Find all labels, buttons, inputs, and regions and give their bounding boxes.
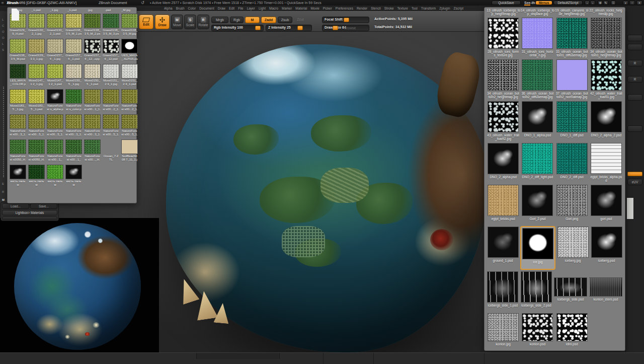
texture-item[interactable]: Moss0183_5 _1.jpg [9, 89, 27, 112]
texture-thumbnail[interactable] [591, 59, 622, 91]
texture-thumbnail[interactable] [84, 14, 101, 28]
texture-thumbnail[interactable] [103, 39, 119, 53]
texture-thumbnail[interactable] [521, 271, 552, 303]
texture-item[interactable]: konion.psd [521, 313, 554, 350]
texture-item[interactable]: icebergs_side_2.psd [520, 271, 553, 312]
texture-thumbnail[interactable] [28, 165, 45, 179]
texture-item[interactable]: 34_oilrush_ocean_bottom1_heightmap.jpg [590, 17, 623, 58]
texture-item[interactable]: NatureForest s00...3_1.jpg [9, 114, 27, 137]
texture-item[interactable]: DNO_1_diff.psd [555, 101, 589, 141]
texture-thumbnail[interactable] [488, 227, 519, 258]
texture-item[interactable]: NatureForest s0050_H.jpg [9, 139, 27, 163]
quicksave-button[interactable]: QuickSave [492, 1, 521, 5]
texture-thumbnail[interactable] [522, 101, 553, 132]
texture-item[interactable]: icebergs_side_1.psd [487, 271, 519, 312]
texture-item[interactable]: 36_oilrush_ocean_bottom2_diffusemap.jpg [521, 59, 554, 100]
texture-thumbnail[interactable] [10, 89, 26, 104]
lightbox-materials-button[interactable]: Lightbox> Materials [2, 210, 57, 215]
menu-item-document[interactable]: Document [199, 7, 214, 10]
texture-item[interactable]: Grass0157_4 _12...opy.psd [84, 38, 101, 62]
float-window-button[interactable]: ○ [629, 1, 635, 5]
menu-item-zscript[interactable]: Zscript [454, 7, 464, 10]
load-button[interactable]: Load... [2, 203, 29, 209]
texture-thumbnail[interactable] [103, 89, 119, 104]
texture-thumbnail[interactable] [522, 59, 553, 91]
menu-item-picker[interactable]: Picker [323, 7, 332, 10]
texture-item[interactable]: DNO_2_diff.psd [555, 142, 589, 183]
texture-import-popup[interactable]: 13_oilrush_icebergs_top_heightmap.jpg14_… [484, 7, 625, 351]
texture-item[interactable]: Moss0150_5 _1.psd [84, 63, 101, 87]
texture-thumbnail[interactable] [103, 114, 119, 129]
texture-thumbnail[interactable] [10, 114, 26, 129]
texture-thumbnail[interactable] [488, 101, 519, 132]
texture-item[interactable]: SoilBeach008 7_11_1.jpg [121, 139, 138, 163]
slider-knob[interactable] [333, 26, 338, 30]
texture-thumbnail[interactable] [28, 89, 45, 104]
texture-thumbnail[interactable] [121, 114, 138, 129]
texture-thumbnail[interactable] [84, 89, 101, 104]
texture-thumbnail[interactable] [10, 139, 26, 154]
texture-item[interactable]: Moss0147_1 2_1.jpg [28, 63, 45, 87]
menu-item-texture[interactable]: Texture [397, 7, 408, 10]
palette-grip-icon[interactable]: ⁘ [2, 1, 5, 5]
texture-item[interactable]: Moss0151_2 4_1.jpg [102, 63, 120, 87]
menu-item-stroke[interactable]: Stroke [384, 7, 394, 10]
texture-item[interactable]: LES_MAYA_ COLOR.psd [9, 63, 27, 87]
menu-item-zplugin[interactable]: Zplugin [439, 7, 450, 10]
texture-thumbnail[interactable] [47, 89, 63, 104]
texture-thumbnail[interactable] [28, 64, 45, 79]
texture-thumbnail[interactable] [65, 14, 82, 28]
texture-item[interactable]: egipt_bricks_alpha.psd [590, 142, 623, 183]
texture-thumbnail[interactable] [84, 114, 101, 129]
see-through-knob[interactable] [524, 5, 530, 6]
texture-thumbnail[interactable] [488, 313, 519, 341]
tray-button[interactable] [627, 44, 642, 50]
draw-button[interactable]: Draw [155, 15, 170, 29]
menu-item-preferences[interactable]: Preferences [336, 7, 353, 10]
texture-thumbnail[interactable] [28, 14, 45, 28]
history-back-icon[interactable]: ‹ [585, 1, 590, 5]
texture-thumbnail[interactable] [121, 89, 138, 104]
texture-item[interactable]: NatureForest s00...5_1.jpg [102, 114, 120, 137]
history-forward-icon[interactable]: › [590, 1, 595, 5]
texture-item[interactable]: NatureForest s00...2_1.jpg [102, 89, 120, 112]
slider-knob[interactable] [344, 18, 349, 22]
texture-item[interactable]: Grass0138_3 5_M.jpg [121, 13, 138, 37]
tray-orange-slider[interactable] [627, 172, 642, 176]
texture-thumbnail[interactable] [487, 271, 518, 303]
texture-thumbnail[interactable] [554, 277, 587, 297]
texture-item[interactable]: NatureForest s00...1_H.jpg [65, 139, 83, 163]
brush-tool-icon[interactable]: ✎ [603, 1, 608, 5]
texture-item[interactable]: Grass0157_4 _1.jpg [46, 38, 64, 62]
tray-euv-button[interactable]: eUV [627, 179, 642, 185]
texture-thumbnail[interactable] [28, 39, 45, 53]
texture-item[interactable]: DNO_2_diff_light.psd [521, 142, 554, 183]
texture-thumbnail[interactable] [10, 39, 26, 53]
tray-button[interactable] [627, 125, 642, 132]
move-button[interactable]: M Move [171, 15, 183, 29]
tray-r-button[interactable]: R [627, 76, 642, 83]
texture-thumbnail[interactable] [65, 39, 82, 53]
texture-item[interactable]: Moss0150_5 _1.jpg [65, 63, 83, 87]
texture-thumbnail[interactable] [47, 14, 63, 28]
menu-item-brush[interactable]: Brush [176, 7, 185, 10]
slider-rgb-intensity[interactable]: Rgb Intensity 100 [211, 25, 264, 31]
menu-item-macro[interactable]: Macro [269, 7, 278, 10]
slider-knob[interactable] [255, 26, 261, 30]
texture-thumbnail[interactable] [47, 139, 63, 154]
texture-thumbnail[interactable] [556, 185, 588, 216]
texture-item[interactable]: ldini.psd [555, 313, 589, 350]
texture-item[interactable]: 34_oilrush_ocean_bottom2_heightmap.jpg [487, 59, 520, 100]
save-button[interactable]: Save... [30, 203, 57, 209]
zoom-z-button[interactable]: z [623, 1, 628, 5]
texture-item[interactable]: 37_oilrush_ocean_bottom2_normalmap.jpg [555, 59, 589, 100]
texture-item[interactable]: Grass0138_3 5_M_3.psd [102, 13, 120, 37]
texture-item[interactable]: 28_oilrush_ices_forms_texture.jpg [487, 17, 520, 58]
menu-item-file[interactable]: File [238, 7, 243, 10]
texture-item[interactable]: NatureForest s00..._H.psd [84, 139, 101, 163]
texture-item[interactable]: DNO_2_alpha_2.psd [590, 101, 623, 141]
default-zscript-button[interactable]: DefaultZScript [553, 1, 583, 5]
texture-thumbnail[interactable] [65, 139, 82, 154]
texture-item[interactable]: UES_MAYA_ ALPHA.psd [121, 38, 138, 62]
texture-thumbnail[interactable] [121, 39, 138, 53]
